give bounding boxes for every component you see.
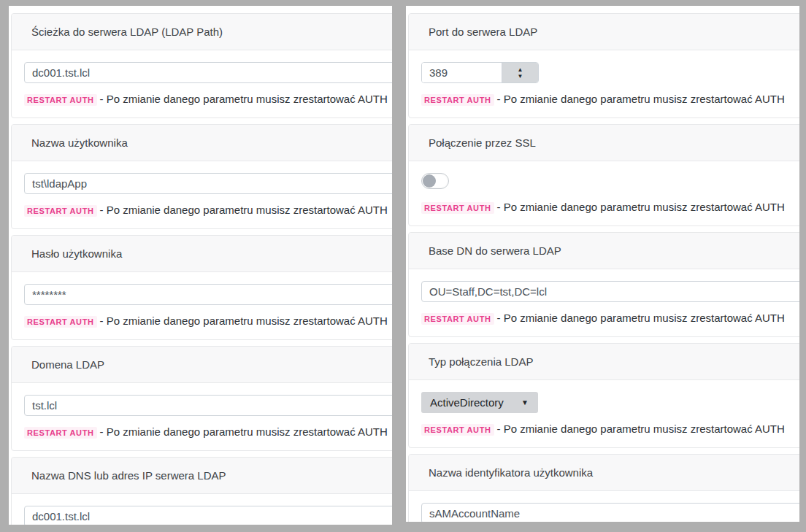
ldap-user-identifier-input[interactable] (421, 503, 799, 522)
setting-control-slot (421, 503, 799, 522)
restart-auth-badge: RESTART AUTH (421, 202, 494, 214)
ldap-domain-input[interactable] (24, 395, 392, 416)
restart-note-text: - Po zmianie danego parametru musisz zre… (100, 315, 388, 327)
ldap-dns-input[interactable] (24, 506, 392, 525)
ldap-connection-type-select[interactable]: ActiveDirectory▼ (421, 392, 538, 413)
ldap-path-input[interactable] (24, 62, 392, 83)
setting-card-header: Nazwa DNS lub adres IP serwera LDAP (12, 458, 392, 494)
restart-note-text: - Po zmianie danego parametru musisz zre… (497, 423, 785, 435)
setting-card-ldap-ssl: Połączenie przez SSL RESTART AUTH- Po zm… (408, 124, 799, 226)
ldap-base-dn-input[interactable] (421, 281, 799, 302)
setting-label: Połączenie przez SSL (429, 136, 536, 149)
setting-card-header: Port do serwera LDAP (409, 14, 799, 50)
setting-control-slot: ▲▼ (421, 62, 799, 83)
restart-note: RESTART AUTH- Po zmianie danego parametr… (24, 425, 392, 440)
setting-label: Nazwa identyfikatora użytkownika (429, 466, 593, 479)
settings-column-right: Port do serwera LDAP ▲▼ RESTART AUTH- Po… (406, 6, 799, 522)
page-background: Ścieżka do serwera LDAP (LDAP Path) REST… (0, 0, 806, 532)
setting-control-slot (24, 395, 392, 416)
stepper-down-button[interactable]: ▼ (518, 73, 523, 80)
setting-label: Base DN do serwera LDAP (429, 244, 561, 257)
ldap-username-input[interactable] (24, 173, 392, 194)
setting-card-ldap-domain: Domena LDAP RESTART AUTH- Po zmianie dan… (11, 346, 392, 451)
setting-card-header: Base DN do serwera LDAP (409, 233, 799, 269)
setting-card-ldap-base-dn: Base DN do serwera LDAP RESTART AUTH- Po… (408, 232, 799, 337)
ldap-connection-type-selected-value: ActiveDirectory (430, 396, 504, 409)
restart-note: RESTART AUTH- Po zmianie danego parametr… (24, 92, 392, 107)
setting-label: Nazwa użytkownika (31, 136, 128, 149)
setting-label: Nazwa DNS lub adres IP serwera LDAP (31, 469, 226, 482)
restart-auth-badge: RESTART AUTH (24, 205, 97, 217)
setting-card-body (409, 491, 799, 522)
restart-auth-badge: RESTART AUTH (24, 94, 97, 106)
restart-note-text: - Po zmianie danego parametru musisz zre… (497, 93, 785, 105)
setting-label: Typ połączenia LDAP (429, 355, 533, 368)
settings-column-left: Ścieżka do serwera LDAP (LDAP Path) REST… (9, 6, 392, 525)
ldap-port-input[interactable] (422, 63, 502, 82)
setting-card-ldap-path: Ścieżka do serwera LDAP (LDAP Path) REST… (11, 13, 392, 118)
setting-label: Hasło użytkownika (31, 247, 122, 260)
restart-note-text: - Po zmianie danego parametru musisz zre… (497, 201, 785, 213)
restart-auth-badge: RESTART AUTH (421, 94, 494, 106)
restart-note: RESTART AUTH- Po zmianie danego parametr… (421, 200, 799, 215)
restart-note-text: - Po zmianie danego parametru musisz zre… (497, 312, 785, 324)
restart-note: RESTART AUTH- Po zmianie danego parametr… (24, 314, 392, 329)
setting-card-body: RESTART AUTH- Po zmianie danego parametr… (409, 161, 799, 225)
setting-control-slot (24, 173, 392, 194)
setting-label: Domena LDAP (31, 358, 104, 371)
setting-card-ldap-user-identifier: Nazwa identyfikatora użytkownika (408, 454, 799, 522)
setting-card-ldap-password: Hasło użytkownika RESTART AUTH- Po zmian… (11, 235, 392, 340)
setting-control-slot: ActiveDirectory▼ (421, 392, 799, 413)
setting-control-slot (421, 281, 799, 302)
setting-card-ldap-connection-type: Typ połączenia LDAP ActiveDirectory▼ RES… (408, 343, 799, 448)
restart-note: RESTART AUTH- Po zmianie danego parametr… (421, 311, 799, 326)
restart-note: RESTART AUTH- Po zmianie danego parametr… (24, 203, 392, 218)
setting-control-slot (24, 506, 392, 525)
setting-card-ldap-port: Port do serwera LDAP ▲▼ RESTART AUTH- Po… (408, 13, 799, 118)
restart-auth-badge: RESTART AUTH (421, 424, 494, 436)
restart-auth-badge: RESTART AUTH (421, 313, 494, 325)
restart-auth-badge: RESTART AUTH (24, 316, 97, 328)
restart-note-text: - Po zmianie danego parametru musisz zre… (100, 93, 388, 105)
caret-down-icon: ▼ (521, 399, 529, 406)
setting-card-ldap-username: Nazwa użytkownika RESTART AUTH- Po zmian… (11, 124, 392, 229)
restart-note: RESTART AUTH- Po zmianie danego parametr… (421, 422, 799, 437)
restart-note-text: - Po zmianie danego parametru musisz zre… (100, 204, 388, 216)
ldap-ssl-toggle[interactable] (421, 173, 449, 189)
restart-note-text: - Po zmianie danego parametru musisz zre… (100, 425, 388, 438)
setting-card-body: RESTART AUTH- Po zmianie danego parametr… (12, 161, 392, 228)
setting-card-header: Połączenie przez SSL (409, 125, 799, 161)
ldap-port-stepper: ▲▼ (502, 63, 538, 82)
setting-card-body: RESTART AUTH- Po zmianie danego parametr… (12, 50, 392, 117)
ldap-password-input[interactable] (24, 284, 392, 305)
setting-label: Port do serwera LDAP (429, 26, 537, 38)
setting-label: Ścieżka do serwera LDAP (LDAP Path) (31, 26, 223, 38)
setting-control-slot (24, 62, 392, 83)
setting-card-header: Ścieżka do serwera LDAP (LDAP Path) (12, 14, 392, 50)
setting-card-body: RESTART AUTH- Po zmianie danego parametr… (409, 269, 799, 336)
setting-control-slot (24, 284, 392, 305)
setting-card-body (12, 494, 392, 525)
setting-card-header: Typ połączenia LDAP (409, 344, 799, 380)
setting-card-header: Nazwa użytkownika (12, 125, 392, 161)
setting-control-slot (421, 173, 799, 191)
setting-card-header: Hasło użytkownika (12, 236, 392, 272)
restart-note: RESTART AUTH- Po zmianie danego parametr… (421, 92, 799, 107)
setting-card-header: Nazwa identyfikatora użytkownika (409, 455, 799, 491)
setting-card-body: RESTART AUTH- Po zmianie danego parametr… (12, 383, 392, 450)
ldap-port-stepper-group: ▲▼ (421, 62, 539, 83)
restart-auth-badge: RESTART AUTH (24, 427, 97, 439)
setting-card-body: ActiveDirectory▼ RESTART AUTH- Po zmiani… (409, 380, 799, 447)
setting-card-header: Domena LDAP (12, 347, 392, 383)
setting-card-body: RESTART AUTH- Po zmianie danego parametr… (12, 272, 392, 339)
stepper-up-button[interactable]: ▲ (518, 66, 523, 73)
setting-card-ldap-dns: Nazwa DNS lub adres IP serwera LDAP (11, 457, 392, 525)
setting-card-body: ▲▼ RESTART AUTH- Po zmianie danego param… (409, 50, 799, 117)
toggle-knob-icon (423, 174, 436, 188)
